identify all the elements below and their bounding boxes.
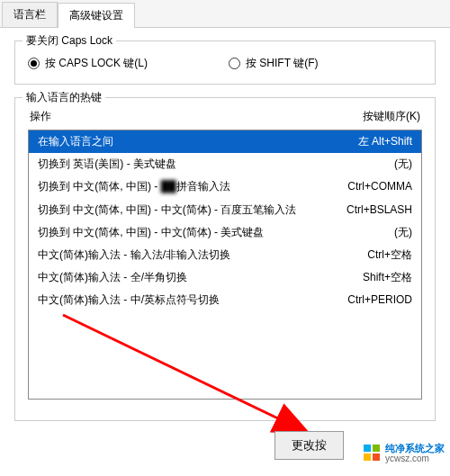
row-keys: (无) [394, 156, 412, 173]
radio-icon [229, 58, 240, 69]
list-item[interactable]: 切换到 中文(简体, 中国) - 中文(简体) - 美式键盘 (无) [29, 221, 421, 244]
radio-shift-label: 按 SHIFT 键(F) [246, 56, 318, 71]
watermark-logo-icon [364, 445, 380, 461]
row-action: 切换到 中文(简体, 中国) - ██拼音输入法 [38, 178, 230, 195]
col-keys: 按键顺序(K) [363, 109, 420, 124]
row-action: 切换到 中文(简体, 中国) - 中文(简体) - 百度五笔输入法 [38, 202, 296, 219]
col-action: 操作 [30, 109, 51, 124]
list-item[interactable]: 中文(简体)输入法 - 输入法/非输入法切换 Ctrl+空格 [29, 244, 421, 266]
list-item[interactable]: 切换到 中文(简体, 中国) - 中文(简体) - 百度五笔输入法 Ctrl+B… [29, 199, 421, 221]
row-keys: Ctrl+COMMA [347, 178, 412, 195]
watermark-url: ycwsz.com [385, 454, 445, 463]
tab-language-bar[interactable]: 语言栏 [2, 2, 58, 27]
row-action: 切换到 中文(简体, 中国) - 中文(简体) - 美式键盘 [38, 224, 264, 241]
tab-strip: 语言栏 高级键设置 [0, 0, 450, 28]
capslock-group-title: 要关闭 Caps Lock [22, 33, 116, 49]
radio-shift[interactable]: 按 SHIFT 键(F) [229, 56, 318, 71]
watermark-title: 纯净系统之家 [385, 443, 445, 454]
row-keys: Ctrl+BSLASH [346, 202, 412, 219]
row-keys: (无) [394, 224, 412, 241]
row-keys: Ctrl+空格 [367, 247, 412, 264]
row-action: 切换到 英语(美国) - 美式键盘 [38, 156, 176, 173]
row-action: 中文(简体)输入法 - 输入法/非输入法切换 [38, 247, 230, 264]
change-key-sequence-button[interactable]: 更改按 [274, 431, 344, 460]
list-item[interactable]: 切换到 中文(简体, 中国) - ██拼音输入法 Ctrl+COMMA [29, 175, 421, 198]
list-item[interactable]: 中文(简体)输入法 - 中/英标点符号切换 Ctrl+PERIOD [29, 289, 421, 311]
hotkey-group: 输入语言的热键 操作 按键顺序(K) 在输入语言之间 左 Alt+Shift 切… [14, 97, 436, 421]
tab-advanced-keys[interactable]: 高级键设置 [58, 3, 135, 28]
list-item[interactable]: 切换到 英语(美国) - 美式键盘 (无) [29, 153, 421, 175]
radio-icon [28, 58, 40, 69]
row-keys: Shift+空格 [363, 269, 412, 286]
capslock-group: 要关闭 Caps Lock 按 CAPS LOCK 键(L) 按 SHIFT 键… [14, 40, 436, 85]
radio-capslock-label: 按 CAPS LOCK 键(L) [45, 56, 148, 71]
row-action: 在输入语言之间 [38, 133, 113, 150]
row-keys: Ctrl+PERIOD [347, 292, 412, 309]
row-action: 中文(简体)输入法 - 全/半角切换 [38, 269, 187, 286]
panel-advanced: 要关闭 Caps Lock 按 CAPS LOCK 键(L) 按 SHIFT 键… [0, 28, 450, 448]
list-item[interactable]: 中文(简体)输入法 - 全/半角切换 Shift+空格 [29, 266, 421, 289]
hotkey-group-title: 输入语言的热键 [22, 90, 105, 105]
hotkey-list[interactable]: 在输入语言之间 左 Alt+Shift 切换到 英语(美国) - 美式键盘 (无… [28, 130, 422, 400]
row-action: 中文(简体)输入法 - 中/英标点符号切换 [38, 292, 220, 309]
row-keys: 左 Alt+Shift [358, 133, 412, 150]
radio-capslock[interactable]: 按 CAPS LOCK 键(L) [28, 56, 148, 71]
list-item[interactable]: 在输入语言之间 左 Alt+Shift [29, 130, 421, 153]
watermark: 纯净系统之家 ycwsz.com [360, 441, 448, 465]
